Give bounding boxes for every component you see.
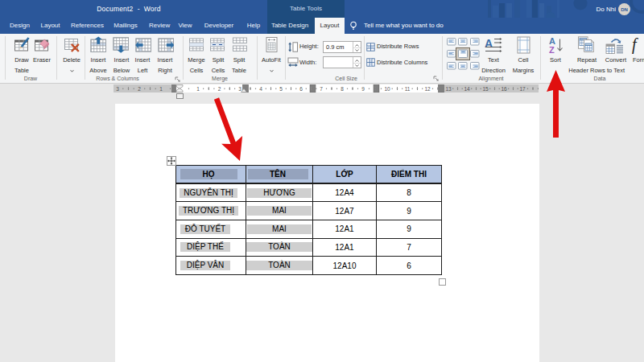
svg-text:7: 7	[320, 86, 323, 92]
svg-text:12: 12	[424, 86, 431, 92]
svg-text:6: 6	[299, 86, 303, 92]
svg-text:16: 16	[501, 86, 507, 92]
svg-text:3: 3	[116, 86, 119, 92]
svg-text:1: 1	[196, 86, 200, 92]
svg-text:3: 3	[238, 86, 242, 92]
svg-text:A: A	[485, 37, 493, 50]
svg-text:4: 4	[259, 86, 262, 92]
svg-text:2: 2	[138, 86, 141, 92]
svg-text:9: 9	[361, 86, 365, 92]
svg-text:17: 17	[519, 86, 526, 92]
svg-text:5: 5	[279, 86, 283, 92]
svg-text:1: 1	[159, 86, 163, 92]
svg-text:13: 13	[445, 86, 452, 92]
svg-text:14: 14	[464, 86, 470, 92]
svg-text:2: 2	[218, 86, 221, 92]
svg-text:8: 8	[341, 86, 344, 92]
svg-text:11: 11	[405, 86, 411, 92]
svg-text:15: 15	[482, 86, 489, 92]
svg-text:10: 10	[384, 86, 390, 92]
svg-text:Z: Z	[549, 45, 555, 55]
